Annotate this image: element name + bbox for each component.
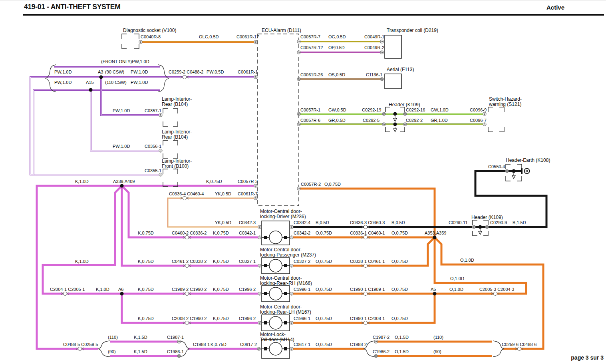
wire-label: O,1.5D	[395, 335, 409, 340]
wire-label: K,1.0D	[96, 287, 109, 292]
wire-label: B,0.5D	[391, 220, 405, 225]
wire-label: K,0.75D	[213, 231, 229, 235]
wire-label: C0057R-7	[300, 34, 320, 39]
inline-connector-icon	[364, 321, 368, 325]
wire-label: C1136-1	[366, 72, 382, 77]
wire-label: GR,0.5D	[328, 118, 346, 123]
inline-connector-icon	[185, 292, 189, 296]
wire-label: B,0.5D	[316, 220, 329, 225]
wire-label: GW,1.0D	[431, 107, 449, 112]
wire-label: YK,0.5D	[215, 220, 231, 225]
wire-label: C0292-5	[363, 118, 379, 123]
component-label: Front (B100)	[162, 163, 189, 169]
wire-label: GW,0.5D	[328, 107, 346, 112]
splice-dot	[393, 112, 397, 116]
wire-label: C1990-1 C2008-1	[350, 316, 385, 321]
wiring-diagram-canvas: Diagnostic socket (V100)C0040R-8OLG,0.5D…	[0, 0, 606, 364]
inline-connector-icon	[185, 264, 189, 268]
wire-label: K,0.75D	[206, 179, 222, 184]
wire-label: K,1.5D	[134, 349, 147, 354]
wire-label: (90)	[108, 349, 116, 354]
page-indicator: page 3 sur 3	[571, 354, 604, 361]
wire-label: C0040R-8	[141, 34, 161, 39]
wire-label: A5	[431, 287, 436, 292]
motor-m167-symbol	[262, 315, 290, 331]
wire-label: C1996-2	[239, 287, 256, 292]
wire-label: PW,1.0D	[113, 144, 130, 149]
motor-m236-symbol	[262, 221, 290, 245]
splice-dot	[479, 225, 482, 229]
wire-label: O,0.75D	[316, 342, 332, 347]
splice-dot	[89, 88, 93, 92]
inline-connector-icon	[183, 197, 187, 200]
component-label: Lamp-Interior-	[162, 129, 192, 135]
wiring-diagram-page: 419-01 - ANTI-THEFT SYSTEM Active	[0, 0, 606, 364]
wire-label: O,0.75D	[316, 287, 332, 292]
splice-dot	[99, 76, 103, 79]
component-label: locking-Passenger (M237)	[260, 252, 316, 258]
component-label: Motor-Central door-	[260, 275, 302, 281]
component-label: locking-Rear-RH (M166)	[260, 280, 312, 286]
ecu-alarm-outline	[258, 34, 299, 206]
wire-label: C0617-1	[294, 342, 310, 347]
wire-label: C0057R-6	[300, 118, 320, 123]
wire-label: K,1.5D	[134, 335, 147, 340]
wire-label: C0342-3	[239, 220, 256, 225]
wire-label: K,1.0D	[75, 179, 89, 184]
wire-label: K,0.75D	[211, 342, 227, 347]
wire-label: K,0.75D	[213, 316, 229, 321]
wire-label: C0292-2	[406, 118, 423, 123]
wire-label: (90 CSW)	[105, 70, 124, 74]
wire-label: O,0.75D	[391, 316, 408, 321]
wire-label: C0292-16	[406, 107, 425, 112]
wire-label: C1986-2	[373, 349, 389, 354]
component-label: Transponder coil (D219)	[387, 28, 438, 33]
wire-label: C0096-9	[470, 107, 487, 112]
wire-label: C0057R-12	[300, 45, 323, 50]
wire-label: A353,A359	[425, 231, 446, 235]
wire-label: C0290-9	[490, 220, 507, 225]
wire-label: K,0.75D	[138, 231, 154, 235]
wire-label: C1996-1	[294, 287, 310, 292]
wire-label: C0061R-26	[300, 72, 323, 77]
wire-label: PW,1.0D	[131, 80, 148, 85]
wire-label: C0342-2	[294, 231, 310, 235]
wire-label: K,0.75D	[138, 316, 154, 321]
splice-dot	[512, 169, 516, 173]
wire-label: C1996-2	[239, 316, 256, 321]
wire-label: K,1.0D	[75, 259, 89, 264]
wire-label: C0061R-1	[238, 70, 258, 74]
wire-label: C0336-3 C0460-3	[350, 220, 385, 225]
wire-label: O,0.75D	[391, 287, 408, 292]
wire-label: PW,1.0D	[54, 70, 72, 74]
wire-label: O,0.75D	[316, 316, 332, 321]
wire-label: PW,1.0D	[131, 70, 148, 74]
wire-label: O,1.5D	[395, 349, 409, 354]
component-label: Motor-Central door-	[260, 304, 302, 310]
wire-label: OG,0.5D	[328, 34, 346, 39]
wire-label: OP,0.5D	[328, 45, 345, 50]
inline-connector-icon	[364, 236, 368, 239]
wire-label: K,0.75D	[213, 287, 229, 292]
wire-label: C0550-4	[488, 164, 505, 169]
component-label: Header (K109)	[471, 215, 503, 220]
component-label: Motor-Lock-	[260, 332, 286, 337]
wire-label: C0057R-2	[301, 182, 321, 187]
wire-label: C0327-2	[294, 259, 310, 264]
inline-connector-icon	[185, 321, 189, 325]
wire-label: OLG,0.5D	[199, 34, 219, 39]
connector-position-box	[488, 107, 504, 132]
wire-label: C0049R-2	[364, 45, 384, 50]
wire-label: C0259-6 C0488-6	[502, 342, 536, 347]
splice-dot	[120, 292, 124, 296]
wire-label: C0327-1	[239, 259, 256, 264]
wire-label: PW,0.5D	[207, 70, 224, 74]
wire-label: O,0.75D	[316, 231, 332, 235]
wire-label: C0292-19	[362, 107, 381, 112]
wire-label: C0336-1 C0460-1	[350, 231, 385, 235]
component-label: locking-Driver (M236)	[260, 214, 306, 219]
wire-label: (FRONT ONLY)PW,1.0D	[101, 59, 149, 64]
wire-label: C0057R-1	[300, 107, 320, 112]
wire-label: C0357-1	[145, 108, 161, 113]
wire-label: C1996-1	[294, 316, 310, 321]
